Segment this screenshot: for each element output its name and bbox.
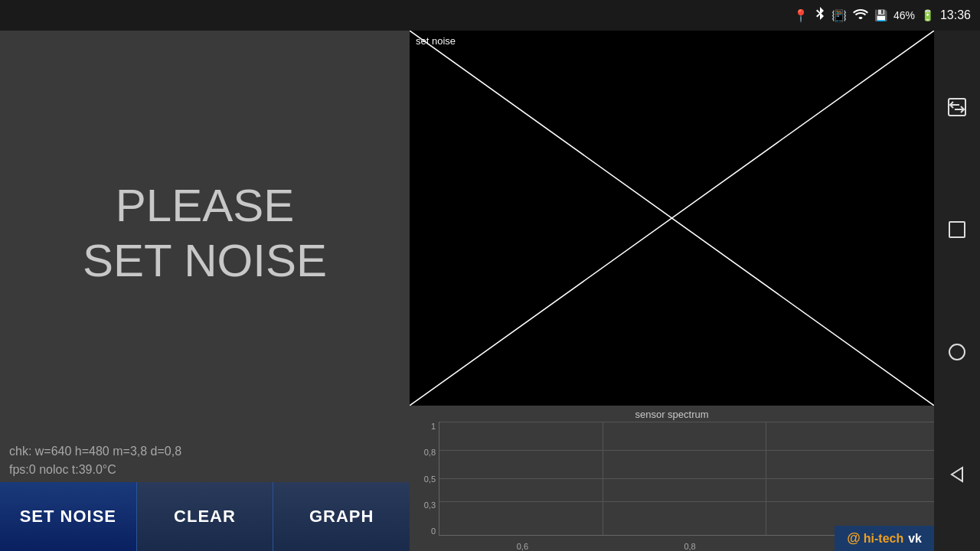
y-label-08: 0,8 — [424, 448, 436, 457]
right-panel: set noise sensor spectrum 1 0,8 0,5 0,3 … — [410, 31, 934, 551]
vibrate-icon: 📳 — [831, 8, 847, 23]
right-sidebar — [934, 31, 980, 551]
x-label-08: 0,8 — [684, 542, 695, 551]
grid-h-3 — [439, 501, 934, 502]
camera-x-overlay — [410, 31, 934, 406]
y-label-03: 0,3 — [424, 500, 436, 510]
battery-icon: 🔋 — [921, 9, 934, 21]
camera-label: set noise — [416, 35, 456, 47]
grid-h-1 — [439, 450, 934, 451]
watermark-text: hi-tech — [864, 532, 903, 546]
title-line2: SET NOISE — [83, 233, 327, 289]
chart-grid-area — [439, 422, 934, 536]
grid-h-top — [439, 422, 934, 422]
left-panel: PLEASE SET NOISE chk: w=640 h=480 m=3,8 … — [0, 31, 410, 551]
camera-view: set noise — [410, 31, 934, 406]
y-label-0: 0 — [431, 527, 436, 536]
info-line2: fps:0 noloc t:39.0°C — [9, 461, 400, 479]
set-noise-button[interactable]: SET NOISE — [0, 482, 137, 551]
svg-marker-13 — [952, 468, 962, 481]
svg-rect-11 — [949, 222, 965, 237]
y-label-1: 1 — [431, 422, 436, 431]
watermark-vk: vk — [908, 532, 922, 546]
clear-button[interactable]: CLEAR — [137, 482, 274, 551]
back-icon[interactable] — [943, 461, 971, 488]
watermark-at: @ — [847, 530, 861, 546]
sd-card-icon: 💾 — [874, 9, 887, 21]
x-label-06: 0,6 — [517, 542, 528, 551]
battery-percent: 46% — [893, 9, 915, 21]
watermark: @ hi-tech vk — [835, 526, 934, 551]
grid-v-1 — [603, 422, 603, 535]
button-row: SET NOISE CLEAR GRAPH — [0, 482, 410, 551]
swap-icon[interactable] — [943, 93, 971, 121]
clock: 13:36 — [940, 8, 971, 22]
bluetooth-icon — [815, 7, 825, 24]
wifi-icon — [853, 8, 868, 22]
info-line1: chk: w=640 h=480 m=3,8 d=0,8 — [9, 442, 400, 461]
graph-button[interactable]: GRAPH — [273, 482, 410, 551]
y-label-05: 0,5 — [424, 474, 436, 484]
svg-point-12 — [949, 344, 965, 360]
grid-h-2 — [439, 478, 934, 479]
grid-v-2 — [766, 422, 766, 535]
svg-rect-10 — [949, 99, 965, 116]
status-bar: 📍 📳 💾 46% 🔋 13:36 — [0, 0, 980, 31]
main-title-area: PLEASE SET NOISE — [0, 31, 410, 436]
circle-icon[interactable] — [943, 338, 971, 366]
spectrum-title: sensor spectrum — [410, 406, 934, 422]
info-text-area: chk: w=640 h=480 m=3,8 d=0,8 fps:0 noloc… — [0, 436, 410, 482]
title-line1: PLEASE — [116, 178, 294, 233]
square-icon[interactable] — [943, 216, 971, 243]
y-axis-labels: 1 0,8 0,5 0,3 0 — [410, 422, 439, 536]
location-icon: 📍 — [793, 8, 808, 23]
